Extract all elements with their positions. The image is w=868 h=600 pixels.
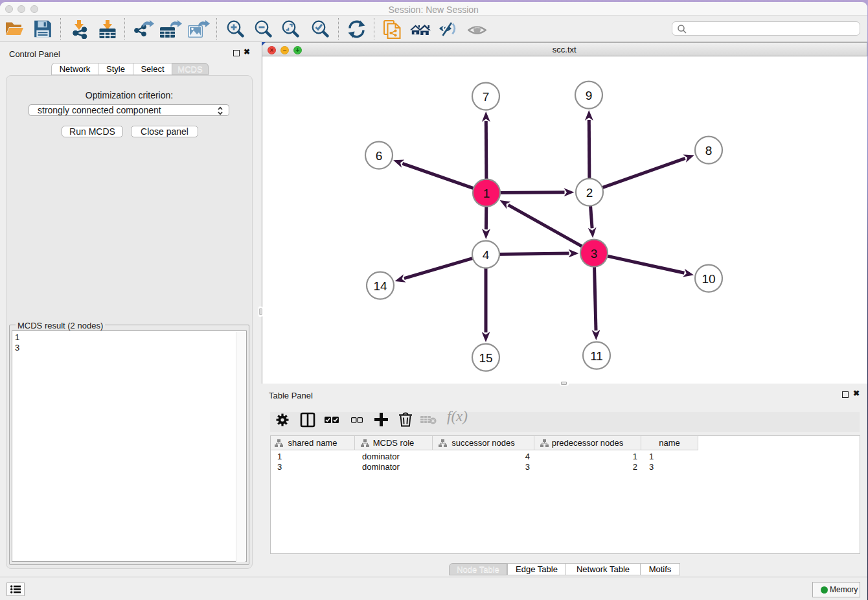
svg-text:11: 11 (590, 349, 603, 363)
svg-text:3: 3 (591, 247, 598, 260)
svg-text:2: 2 (586, 186, 593, 200)
svg-text:9: 9 (586, 89, 593, 102)
svg-text:15: 15 (479, 351, 492, 365)
svg-text:10: 10 (702, 272, 715, 286)
svg-text:14: 14 (373, 279, 387, 293)
svg-text:4: 4 (483, 248, 490, 262)
svg-text:7: 7 (483, 90, 490, 104)
svg-text:1: 1 (483, 187, 490, 200)
svg-text:6: 6 (376, 149, 383, 163)
svg-text:8: 8 (705, 144, 713, 157)
